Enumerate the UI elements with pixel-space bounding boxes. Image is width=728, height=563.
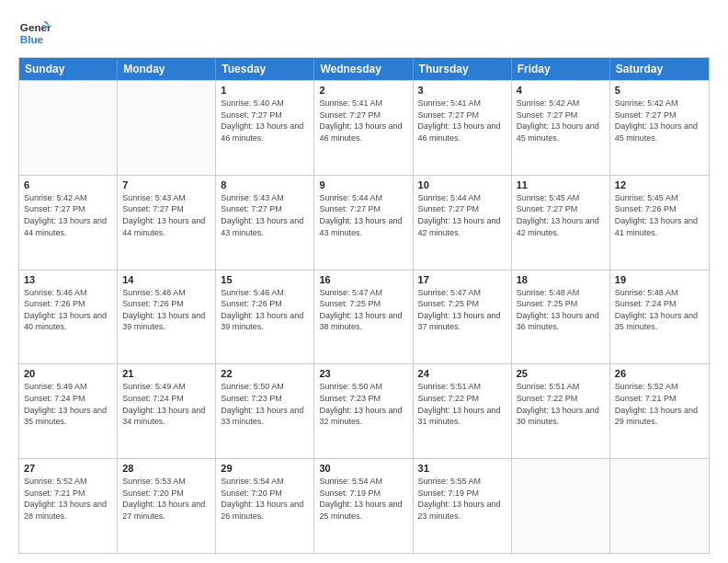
day-number: 30 <box>319 463 407 474</box>
calendar-cell: 5Sunrise: 5:42 AMSunset: 7:27 PMDaylight… <box>610 81 709 175</box>
day-info: Sunrise: 5:41 AMSunset: 7:27 PMDaylight:… <box>418 98 506 144</box>
day-info: Sunrise: 5:47 AMSunset: 7:25 PMDaylight:… <box>319 287 407 333</box>
day-number: 3 <box>418 85 506 96</box>
calendar-cell: 12Sunrise: 5:45 AMSunset: 7:26 PMDayligh… <box>610 176 709 270</box>
day-info: Sunrise: 5:46 AMSunset: 7:26 PMDaylight:… <box>24 287 112 333</box>
day-info: Sunrise: 5:54 AMSunset: 7:19 PMDaylight:… <box>319 476 407 522</box>
day-info: Sunrise: 5:42 AMSunset: 7:27 PMDaylight:… <box>517 98 605 144</box>
calendar-cell: 31Sunrise: 5:55 AMSunset: 7:19 PMDayligh… <box>414 459 512 553</box>
calendar-header-cell: Wednesday <box>314 58 413 80</box>
calendar-cell <box>118 81 216 175</box>
calendar-body: 1Sunrise: 5:40 AMSunset: 7:27 PMDaylight… <box>19 80 709 553</box>
day-info: Sunrise: 5:41 AMSunset: 7:27 PMDaylight:… <box>319 98 407 144</box>
day-number: 24 <box>418 368 506 379</box>
day-info: Sunrise: 5:44 AMSunset: 7:27 PMDaylight:… <box>418 192 506 238</box>
calendar-cell: 27Sunrise: 5:52 AMSunset: 7:21 PMDayligh… <box>19 459 118 553</box>
day-info: Sunrise: 5:48 AMSunset: 7:25 PMDaylight:… <box>517 287 605 333</box>
day-number: 26 <box>615 368 704 379</box>
day-info: Sunrise: 5:47 AMSunset: 7:25 PMDaylight:… <box>418 287 506 333</box>
calendar-header-cell: Tuesday <box>216 58 314 80</box>
day-number: 11 <box>517 179 605 190</box>
day-number: 15 <box>221 274 309 285</box>
calendar-header-cell: Saturday <box>610 58 709 80</box>
calendar-cell: 29Sunrise: 5:54 AMSunset: 7:20 PMDayligh… <box>216 459 314 553</box>
logo: General Blue <box>18 15 51 48</box>
day-info: Sunrise: 5:55 AMSunset: 7:19 PMDaylight:… <box>418 476 506 522</box>
calendar-cell: 26Sunrise: 5:52 AMSunset: 7:21 PMDayligh… <box>610 364 709 458</box>
day-info: Sunrise: 5:42 AMSunset: 7:27 PMDaylight:… <box>615 98 704 144</box>
calendar-cell: 6Sunrise: 5:42 AMSunset: 7:27 PMDaylight… <box>19 176 118 270</box>
day-number: 22 <box>221 368 309 379</box>
day-info: Sunrise: 5:48 AMSunset: 7:24 PMDaylight:… <box>615 287 704 333</box>
calendar-week: 27Sunrise: 5:52 AMSunset: 7:21 PMDayligh… <box>19 458 709 553</box>
calendar-cell: 2Sunrise: 5:41 AMSunset: 7:27 PMDaylight… <box>314 81 413 175</box>
day-info: Sunrise: 5:49 AMSunset: 7:24 PMDaylight:… <box>24 381 112 427</box>
day-number: 21 <box>122 368 210 379</box>
calendar-header-cell: Sunday <box>19 58 118 80</box>
day-number: 5 <box>615 85 704 96</box>
page-header: General Blue <box>18 15 710 48</box>
day-info: Sunrise: 5:52 AMSunset: 7:21 PMDaylight:… <box>24 476 112 522</box>
day-info: Sunrise: 5:43 AMSunset: 7:27 PMDaylight:… <box>221 192 309 238</box>
calendar-header-cell: Monday <box>118 58 216 80</box>
calendar-week: 13Sunrise: 5:46 AMSunset: 7:26 PMDayligh… <box>19 270 709 364</box>
day-number: 27 <box>24 463 112 474</box>
day-info: Sunrise: 5:45 AMSunset: 7:27 PMDaylight:… <box>517 192 605 238</box>
day-info: Sunrise: 5:46 AMSunset: 7:26 PMDaylight:… <box>221 287 309 333</box>
calendar-cell: 10Sunrise: 5:44 AMSunset: 7:27 PMDayligh… <box>414 176 512 270</box>
day-info: Sunrise: 5:44 AMSunset: 7:27 PMDaylight:… <box>319 192 407 238</box>
logo-icon: General Blue <box>18 15 51 48</box>
calendar-week: 6Sunrise: 5:42 AMSunset: 7:27 PMDaylight… <box>19 175 709 270</box>
calendar-cell: 4Sunrise: 5:42 AMSunset: 7:27 PMDaylight… <box>512 81 610 175</box>
calendar-cell <box>610 459 709 553</box>
day-info: Sunrise: 5:45 AMSunset: 7:26 PMDaylight:… <box>615 192 704 238</box>
day-info: Sunrise: 5:51 AMSunset: 7:22 PMDaylight:… <box>517 381 605 427</box>
day-info: Sunrise: 5:42 AMSunset: 7:27 PMDaylight:… <box>24 192 112 238</box>
day-number: 8 <box>221 179 309 190</box>
day-number: 31 <box>418 463 506 474</box>
day-info: Sunrise: 5:43 AMSunset: 7:27 PMDaylight:… <box>122 192 210 238</box>
calendar-header: SundayMondayTuesdayWednesdayThursdayFrid… <box>19 58 709 80</box>
day-number: 16 <box>319 274 407 285</box>
svg-text:Blue: Blue <box>20 33 44 45</box>
day-number: 14 <box>122 274 210 285</box>
calendar-cell: 11Sunrise: 5:45 AMSunset: 7:27 PMDayligh… <box>512 176 610 270</box>
day-info: Sunrise: 5:54 AMSunset: 7:20 PMDaylight:… <box>221 476 309 522</box>
day-info: Sunrise: 5:49 AMSunset: 7:24 PMDaylight:… <box>122 381 210 427</box>
day-info: Sunrise: 5:51 AMSunset: 7:22 PMDaylight:… <box>418 381 506 427</box>
calendar-header-cell: Friday <box>512 58 610 80</box>
calendar-cell: 23Sunrise: 5:50 AMSunset: 7:23 PMDayligh… <box>314 364 413 458</box>
day-number: 29 <box>221 463 309 474</box>
calendar-cell: 1Sunrise: 5:40 AMSunset: 7:27 PMDaylight… <box>216 81 314 175</box>
calendar-cell <box>512 459 610 553</box>
calendar-week: 1Sunrise: 5:40 AMSunset: 7:27 PMDaylight… <box>19 80 709 175</box>
day-number: 18 <box>517 274 605 285</box>
day-info: Sunrise: 5:46 AMSunset: 7:26 PMDaylight:… <box>122 287 210 333</box>
calendar-cell: 9Sunrise: 5:44 AMSunset: 7:27 PMDaylight… <box>314 176 413 270</box>
calendar-cell: 22Sunrise: 5:50 AMSunset: 7:23 PMDayligh… <box>216 364 314 458</box>
day-number: 12 <box>615 179 704 190</box>
calendar-cell: 20Sunrise: 5:49 AMSunset: 7:24 PMDayligh… <box>19 364 118 458</box>
calendar-cell: 7Sunrise: 5:43 AMSunset: 7:27 PMDaylight… <box>118 176 216 270</box>
day-number: 9 <box>319 179 407 190</box>
day-number: 28 <box>122 463 210 474</box>
day-number: 10 <box>418 179 506 190</box>
day-number: 13 <box>24 274 112 285</box>
day-number: 20 <box>24 368 112 379</box>
day-number: 6 <box>24 179 112 190</box>
calendar-cell: 25Sunrise: 5:51 AMSunset: 7:22 PMDayligh… <box>512 364 610 458</box>
day-number: 1 <box>221 85 309 96</box>
day-info: Sunrise: 5:40 AMSunset: 7:27 PMDaylight:… <box>221 98 309 144</box>
day-number: 17 <box>418 274 506 285</box>
calendar-header-cell: Thursday <box>414 58 512 80</box>
day-number: 23 <box>319 368 407 379</box>
calendar-cell: 24Sunrise: 5:51 AMSunset: 7:22 PMDayligh… <box>414 364 512 458</box>
day-number: 4 <box>517 85 605 96</box>
day-number: 2 <box>319 85 407 96</box>
calendar-cell: 14Sunrise: 5:46 AMSunset: 7:26 PMDayligh… <box>118 270 216 364</box>
calendar-cell: 13Sunrise: 5:46 AMSunset: 7:26 PMDayligh… <box>19 270 118 364</box>
day-info: Sunrise: 5:53 AMSunset: 7:20 PMDaylight:… <box>122 476 210 522</box>
calendar-cell: 30Sunrise: 5:54 AMSunset: 7:19 PMDayligh… <box>314 459 413 553</box>
calendar-cell <box>19 81 118 175</box>
day-info: Sunrise: 5:52 AMSunset: 7:21 PMDaylight:… <box>615 381 704 427</box>
